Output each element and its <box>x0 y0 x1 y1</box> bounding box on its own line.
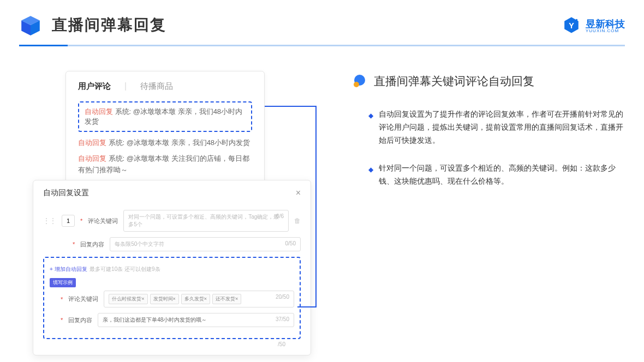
settings-dialog: 自动回复设置 × ⋮⋮ 1 * 评论关键词 对同一个问题，可设置多个相近、高频的… <box>33 180 311 355</box>
diamond-icon: ◆ <box>368 164 373 188</box>
auto-reply-tag: 自动回复 <box>85 107 113 116</box>
tab-user-comments[interactable]: 用户评论 <box>78 81 111 92</box>
drag-icon[interactable]: ⋮⋮ <box>43 217 56 225</box>
dialog-title: 自动回复设置 <box>43 188 89 198</box>
example-keyword-input[interactable]: 什么时候发货× 发货时间× 多久发货× 还不发货× 20/50 <box>104 291 294 307</box>
comments-panel: 用户评论 | 待播商品 自动回复 系统: @冰墩墩本墩 亲亲，我们48小时内发货… <box>65 71 265 190</box>
content-input[interactable]: 每条限50个中文字符0/50 <box>110 237 301 251</box>
brand-logo: Y 昱新科技 YUUXIN.COM <box>563 16 625 34</box>
bullet-item: ◆ 针对同一个问题，可设置多个相近的、高频的关键词。例如：这款多少钱、这块能优惠… <box>352 162 625 188</box>
section-title: 直播间弹幕关键词评论自动回复 <box>374 74 534 89</box>
connector-line-2 <box>297 306 317 307</box>
cube-logo-icon <box>19 14 42 37</box>
keyword-input[interactable]: 对同一个问题，可设置多个相近、高频的关键词，Tag确定，最多5个0/6 <box>123 210 289 232</box>
content-label: 回复内容 <box>80 240 104 249</box>
example-content-input[interactable]: 亲，我们这边都是下单48小时内发货的哦～37/50 <box>98 313 294 327</box>
delete-icon[interactable]: 🗑 <box>294 217 301 225</box>
chip[interactable]: 还不发货× <box>212 294 241 304</box>
add-hint: 最多可建10条 还可以创建9条 <box>90 266 160 272</box>
svg-point-7 <box>354 82 359 87</box>
highlighted-comment: 自动回复 系统: @冰墩墩本墩 亲亲，我们48小时内发货 <box>78 101 252 132</box>
example-group: + 增加自动回复 最多可建10条 还可以创建9条 填写示例 * 评论关键词 什么… <box>43 257 301 339</box>
svg-text:Y: Y <box>569 21 574 30</box>
comment-line: 自动回复 系统: @冰墩墩本墩 关注我们的店铺，每日都有热门推荐呦～ <box>78 153 252 176</box>
tab-products[interactable]: 待播商品 <box>140 81 173 92</box>
add-reply-link[interactable]: + 增加自动回复 <box>50 266 87 272</box>
chip[interactable]: 多久发货× <box>181 294 210 304</box>
index-number: 1 <box>62 215 75 227</box>
diamond-icon: ◆ <box>368 110 373 147</box>
keyword-label: 评论关键词 <box>88 217 118 225</box>
svg-point-5 <box>576 19 577 21</box>
bullet-item: ◆ 自动回复设置为了提升作者的评论回复效率，作者可在开播前针对常见的评论用户问题… <box>352 108 625 147</box>
extra-count: /50 <box>43 341 301 347</box>
section-icon <box>352 74 367 89</box>
chip[interactable]: 发货时间× <box>150 294 179 304</box>
page-title: 直播间弹幕回复 <box>52 15 166 35</box>
example-badge: 填写示例 <box>50 278 76 287</box>
close-icon[interactable]: × <box>296 188 301 198</box>
comment-line: 自动回复 系统: @冰墩墩本墩 亲亲，我们48小时内发货 <box>78 137 252 149</box>
chip[interactable]: 什么时候发货× <box>109 294 147 304</box>
